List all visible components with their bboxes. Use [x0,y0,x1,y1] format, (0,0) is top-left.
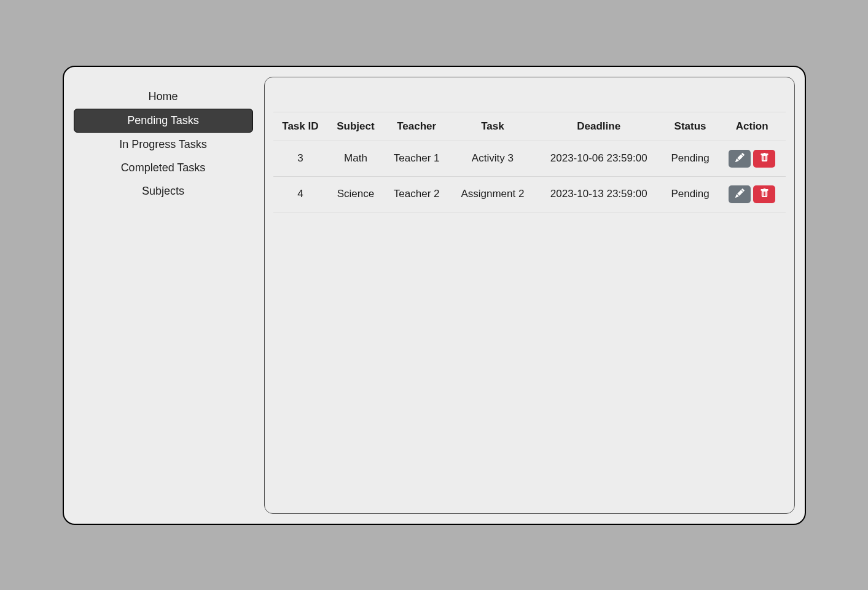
cell-status: Pending [662,141,719,176]
cell-task: Activity 3 [450,141,536,176]
pencil-icon [735,188,745,200]
edit-button[interactable] [729,185,751,203]
col-header-task-id: Task ID [273,112,328,141]
col-header-status: Status [662,112,719,141]
cell-status: Pending [662,176,719,212]
delete-button[interactable] [753,150,775,168]
table-row: 4 Science Teacher 2 Assignment 2 2023-10… [273,176,786,212]
cell-action [719,141,786,176]
sidebar: Home Pending Tasks In Progress Tasks Com… [74,77,253,514]
cell-task: Assignment 2 [450,176,536,212]
sidebar-item-subjects[interactable]: Subjects [74,180,253,203]
tasks-table-wrapper: Task ID Subject Teacher Task Deadline St… [273,112,786,212]
app-container: Home Pending Tasks In Progress Tasks Com… [63,66,806,525]
table-row: 3 Math Teacher 1 Activity 3 2023-10-06 2… [273,141,786,176]
col-header-subject: Subject [327,112,383,141]
main-panel: Task ID Subject Teacher Task Deadline St… [264,77,795,514]
sidebar-item-pending-tasks[interactable]: Pending Tasks [74,109,253,133]
trash-icon [760,153,769,164]
cell-teacher: Teacher 2 [384,176,450,212]
sidebar-item-completed-tasks[interactable]: Completed Tasks [74,157,253,179]
sidebar-item-in-progress-tasks[interactable]: In Progress Tasks [74,133,253,156]
edit-button[interactable] [729,150,751,168]
cell-deadline: 2023-10-13 23:59:00 [536,176,662,212]
cell-task-id: 4 [273,176,328,212]
cell-task-id: 3 [273,141,328,176]
col-header-task: Task [450,112,536,141]
sidebar-item-home[interactable]: Home [74,85,253,108]
table-header-row: Task ID Subject Teacher Task Deadline St… [273,112,786,141]
cell-subject: Science [327,176,383,212]
cell-action [719,176,786,212]
cell-deadline: 2023-10-06 23:59:00 [536,141,662,176]
cell-teacher: Teacher 1 [384,141,450,176]
col-header-teacher: Teacher [384,112,450,141]
pencil-icon [735,153,745,164]
col-header-deadline: Deadline [536,112,662,141]
tasks-table: Task ID Subject Teacher Task Deadline St… [273,112,786,212]
col-header-action: Action [719,112,786,141]
delete-button[interactable] [753,185,775,203]
cell-subject: Math [327,141,383,176]
trash-icon [760,188,769,200]
